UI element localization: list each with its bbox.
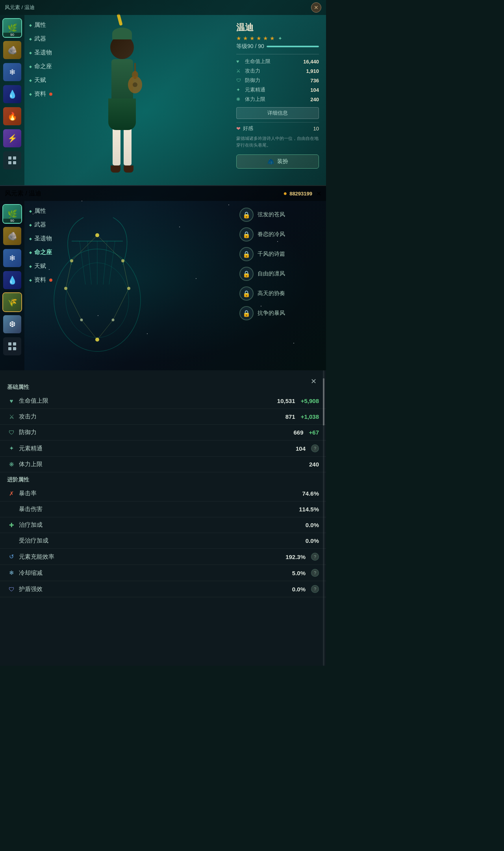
const-item-2[interactable]: 🔒 千风的诗篇 xyxy=(239,247,318,261)
const-item-1[interactable]: 🔒 眷恋的冷风 xyxy=(239,227,318,242)
avatar-item-5[interactable]: ⚡ xyxy=(2,128,22,148)
sidebar2-avatar-5[interactable]: ❆ xyxy=(2,314,22,334)
const-lock-4: 🔒 xyxy=(239,286,254,301)
detail-button[interactable]: 详细信息 xyxy=(236,107,319,119)
avatar-item-3[interactable]: 💧 xyxy=(2,84,22,104)
svg-rect-11 xyxy=(13,347,16,350)
detail-er-help-button[interactable]: ? xyxy=(311,553,319,561)
sidebar2-avatar-4[interactable]: 🌾 xyxy=(2,292,22,312)
star-5: ★ xyxy=(263,35,268,41)
const-item-5[interactable]: 🔒 抗争的暴风 xyxy=(239,306,318,320)
detail-cd-help-button[interactable]: ? xyxy=(311,569,319,577)
detail-shield-help-button[interactable]: ? xyxy=(311,585,319,593)
stamina-label: 体力上限 xyxy=(245,96,308,103)
detail-em-help-button[interactable]: ? xyxy=(311,444,319,452)
avatar-item-1[interactable]: 🪨 xyxy=(2,40,22,60)
nav2-weapon[interactable]: 武器 xyxy=(24,219,72,231)
em-icon: ✦ xyxy=(236,87,243,93)
nav-label-constellation1: 命之座 xyxy=(34,63,52,70)
nav2-profile[interactable]: 资料 xyxy=(24,274,72,286)
stat-row-def: 🛡 防御力 736 xyxy=(236,76,319,85)
avatar-item-2[interactable]: ❄ xyxy=(2,62,22,82)
detail-hp-base: 10,531 xyxy=(277,398,295,404)
avatar-item-0[interactable]: 🌿 90 xyxy=(2,18,22,38)
level-bar xyxy=(267,46,319,47)
sidebar2-avatar-2[interactable]: ❄ xyxy=(2,248,22,268)
avatar-item-grid[interactable] xyxy=(2,151,22,170)
nav-weapon1[interactable]: 武器 xyxy=(24,33,72,45)
sidebar2-avatar-1[interactable]: 🪨 xyxy=(2,226,22,246)
avatar-bg-grid xyxy=(3,151,21,169)
detail-stat-cd-reduce: ❄ 冷却缩减 5.0% ? xyxy=(0,565,326,581)
atk-icon: ⚔ xyxy=(236,68,243,74)
close-button2[interactable]: ✕ xyxy=(316,190,321,197)
avatar-item-4[interactable]: 🔥 xyxy=(2,106,22,126)
sidebar2-avatar-grid[interactable] xyxy=(2,336,22,356)
nav-label-profile1: 资料 xyxy=(34,90,46,98)
scrollbar-thumb[interactable] xyxy=(323,378,324,426)
sidebar2-avatar-3[interactable]: 💧 xyxy=(2,270,22,290)
detail-def-name: 防御力 xyxy=(19,429,291,436)
svg-line-29 xyxy=(97,235,123,261)
avatar-bg-5: ⚡ xyxy=(3,129,21,147)
svg-line-15 xyxy=(80,241,85,284)
char-legs xyxy=(96,126,148,165)
sidebar2-avatar-level-0: 90 xyxy=(3,219,21,223)
const-item-0[interactable]: 🔒 弦发的苍风 xyxy=(239,208,318,222)
detail-em-icon: ✦ xyxy=(7,445,16,452)
const-name-4: 高天的协奏 xyxy=(258,290,285,297)
close-button1[interactable]: ✕ xyxy=(311,2,321,13)
stats-detail-header: ✕ xyxy=(0,370,326,380)
stamina-value: 240 xyxy=(310,97,319,102)
favor-icon: ❤ xyxy=(236,126,241,132)
close-icon1: ✕ xyxy=(314,4,319,11)
hp-label: 生命值上限 xyxy=(245,58,301,65)
atk-value: 1,910 xyxy=(306,68,319,74)
detail-shield-icon: 🛡 xyxy=(7,586,16,593)
def-label: 防御力 xyxy=(245,77,308,84)
detail-heal-value: 0.0% xyxy=(306,522,319,528)
nav-attributes1[interactable]: 属性 xyxy=(24,19,72,31)
detail-cd-value: 5.0% xyxy=(292,570,306,576)
dress-button[interactable]: 🧥 装扮 xyxy=(236,154,319,169)
const-name-0: 弦发的苍风 xyxy=(258,211,285,218)
breadcrumb2: 风元素 / 温迪 xyxy=(5,190,41,198)
char-shoe-left xyxy=(111,165,120,173)
nav2-constellation[interactable]: 命之座 xyxy=(24,246,72,258)
nav2-artifacts[interactable]: 圣遗物 xyxy=(24,232,72,245)
character-body xyxy=(96,35,148,177)
const-lock-0: 🔒 xyxy=(239,208,254,222)
sidebar2: 🌿 90 🪨 ❄ 💧 🌾 ❆ xyxy=(0,201,24,370)
char-skirt xyxy=(108,98,136,130)
nav-constellation1[interactable]: 命之座 xyxy=(24,60,72,72)
nav2-talents[interactable]: 天赋 xyxy=(24,260,72,272)
detail-stat-stamina: ❋ 体力上限 240 xyxy=(0,457,326,472)
nav-artifacts1[interactable]: 圣遗物 xyxy=(24,46,72,59)
char-shoe-right xyxy=(124,165,133,173)
detail-stat-crit-rate: ✗ 暴击率 74.6% xyxy=(0,486,326,502)
svg-rect-1 xyxy=(13,156,16,160)
detail-stamina-base: 240 xyxy=(309,461,319,468)
char-hat xyxy=(112,28,132,39)
detail-stat-def: 🛡 防御力 669 +67 xyxy=(0,425,326,440)
nav-talents1[interactable]: 天赋 xyxy=(24,74,72,86)
topbar1: 风元素 / 温迪 ✕ xyxy=(0,0,326,15)
detail-er-name: 元素充能效率 xyxy=(19,553,282,561)
scrollbar[interactable] xyxy=(322,370,324,666)
nav-menu1: 属性 武器 圣遗物 命之座 天赋 资料 xyxy=(24,15,72,104)
const-item-3[interactable]: 🔒 自由的凛风 xyxy=(239,267,318,281)
nav-label-attributes1: 属性 xyxy=(34,21,46,29)
divider-1 xyxy=(236,54,319,54)
svg-rect-9 xyxy=(13,342,16,346)
char-description: 蒙德城诸多吟游诗人中的一位，自由自在地穿行在街头巷尾。 xyxy=(236,135,319,148)
nav2-attributes[interactable]: 属性 xyxy=(24,205,72,217)
star-dot xyxy=(293,343,294,344)
stats-detail-close-button[interactable]: ✕ xyxy=(308,376,319,387)
sidebar2-avatar-0[interactable]: 🌿 90 xyxy=(2,204,22,224)
detail-stat-crit-dmg: 暴击伤害 114.5% xyxy=(0,502,326,517)
char-shoes xyxy=(96,165,148,173)
svg-point-7 xyxy=(133,82,137,87)
detail-stat-shield: 🛡 护盾强效 0.0% ? xyxy=(0,581,326,597)
nav-profile1[interactable]: 资料 xyxy=(24,88,72,100)
const-item-4[interactable]: 🔒 高天的协奏 xyxy=(239,286,318,301)
